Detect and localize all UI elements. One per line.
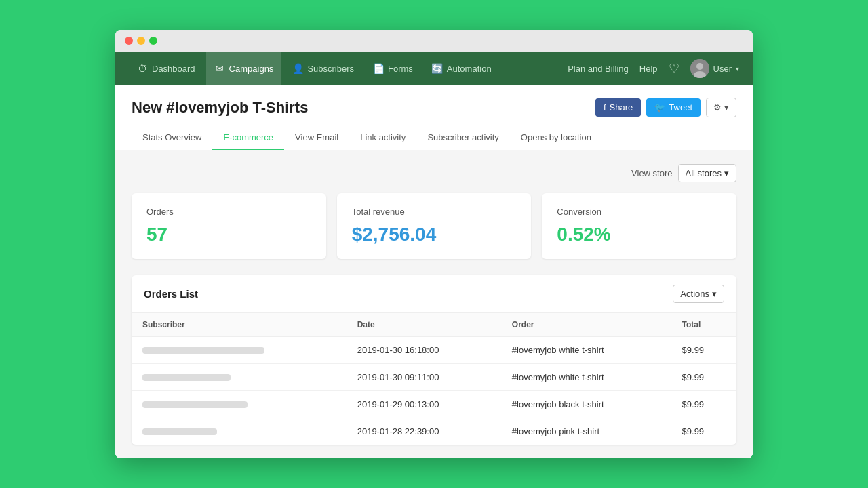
tab-ecommerce[interactable]: E-commerce [212, 125, 284, 150]
view-store-row: View store All stores ▾ [132, 164, 736, 182]
nav-label-subscribers: Subscribers [307, 64, 354, 74]
nav-item-campaigns[interactable]: ✉ Campaigns [206, 52, 282, 85]
col-order: Order [501, 313, 671, 337]
nav-item-automation[interactable]: 🔄 Automation [424, 52, 500, 85]
campaigns-icon: ✉ [214, 63, 225, 74]
tab-link-activity[interactable]: Link activity [349, 125, 416, 150]
dot-green[interactable] [149, 37, 157, 45]
nav-item-dashboard[interactable]: ⏱ Dashboard [129, 52, 203, 85]
stat-card-orders: Orders 57 [132, 193, 326, 259]
nav-label-automation: Automation [447, 64, 492, 74]
plan-billing-link[interactable]: Plan and Billing [568, 64, 629, 74]
subscriber-cell [132, 337, 347, 364]
order-cell: #lovemyjob pink t-shirt [501, 418, 671, 445]
dot-red[interactable] [125, 37, 133, 45]
gear-chevron-icon: ▾ [724, 102, 729, 113]
table-row: 2019-01-29 00:13:00 #lovemyjob black t-s… [132, 391, 736, 418]
heart-icon[interactable]: ♡ [669, 61, 679, 76]
table-row: 2019-01-30 09:11:00 #lovemyjob white t-s… [132, 364, 736, 391]
subscriber-placeholder [142, 401, 248, 408]
subscriber-placeholder [142, 428, 217, 435]
tabs: Stats Overview E-commerce View Email Lin… [115, 125, 753, 150]
conversion-value: 0.52% [557, 224, 722, 245]
svg-point-1 [696, 63, 703, 70]
subscriber-placeholder [142, 374, 231, 381]
browser-chrome [115, 30, 753, 52]
subscriber-cell [132, 364, 347, 391]
date-cell: 2019-01-29 00:13:00 [347, 391, 501, 418]
subscriber-cell [132, 418, 347, 445]
nav-item-forms[interactable]: 📄 Forms [365, 52, 421, 85]
order-cell: #lovemyjob black t-shirt [501, 391, 671, 418]
tab-stats-overview[interactable]: Stats Overview [132, 125, 212, 150]
automation-icon: 🔄 [432, 63, 443, 74]
twitter-icon: 🐦 [654, 102, 665, 113]
facebook-icon: f [604, 102, 606, 113]
revenue-label: Total revenue [352, 207, 517, 217]
user-menu[interactable]: User ▾ [690, 59, 739, 78]
user-name: User [713, 64, 732, 74]
nav-label-forms: Forms [388, 64, 413, 74]
help-link[interactable]: Help [639, 64, 658, 74]
nav-label-campaigns: Campaigns [229, 64, 274, 74]
subscriber-placeholder [142, 347, 264, 354]
col-date: Date [347, 313, 501, 337]
gear-icon: ⚙ [713, 102, 722, 113]
conversion-label: Conversion [557, 207, 722, 217]
orders-header: Orders List Actions ▾ [132, 275, 736, 313]
date-cell: 2019-01-30 09:11:00 [347, 364, 501, 391]
tab-view-email[interactable]: View Email [284, 125, 349, 150]
col-subscriber: Subscriber [132, 313, 347, 337]
date-cell: 2019-01-30 16:18:00 [347, 337, 501, 364]
stat-cards: Orders 57 Total revenue $2,756.04 Conver… [132, 193, 736, 259]
nav-left: ⏱ Dashboard ✉ Campaigns 👤 Subscribers 📄 … [129, 52, 568, 85]
actions-chevron-icon: ▾ [712, 289, 717, 299]
tweet-button[interactable]: 🐦 Tweet [646, 98, 701, 117]
total-cell: $9.99 [671, 337, 736, 364]
order-cell: #lovemyjob white t-shirt [501, 364, 671, 391]
page-header: New #lovemyjob T-Shirts f Share 🐦 Tweet … [115, 85, 753, 117]
forms-icon: 📄 [373, 63, 384, 74]
orders-table: Subscriber Date Order Total 2019-01-30 1… [132, 313, 736, 445]
actions-button[interactable]: Actions ▾ [673, 285, 724, 303]
order-cell: #lovemyjob white t-shirt [501, 337, 671, 364]
avatar [690, 59, 709, 78]
orders-value: 57 [146, 224, 311, 245]
dot-yellow[interactable] [137, 37, 145, 45]
dashboard-icon: ⏱ [137, 63, 148, 74]
chevron-down-icon: ▾ [736, 65, 739, 73]
navbar: ⏱ Dashboard ✉ Campaigns 👤 Subscribers 📄 … [115, 52, 753, 85]
revenue-value: $2,756.04 [352, 224, 517, 245]
subscriber-cell [132, 391, 347, 418]
orders-list-title: Orders List [144, 288, 198, 300]
view-store-label: View store [631, 168, 672, 178]
table-row: 2019-01-28 22:39:00 #lovemyjob pink t-sh… [132, 418, 736, 445]
page-content: New #lovemyjob T-Shirts f Share 🐦 Tweet … [115, 85, 753, 458]
orders-section: Orders List Actions ▾ Subscriber Date Or… [132, 275, 736, 445]
tab-opens-by-location[interactable]: Opens by location [510, 125, 602, 150]
orders-label: Orders [146, 207, 311, 217]
page-title: New #lovemyjob T-Shirts [132, 99, 308, 117]
browser-window: ⏱ Dashboard ✉ Campaigns 👤 Subscribers 📄 … [115, 30, 753, 458]
stat-card-revenue: Total revenue $2,756.04 [337, 193, 532, 259]
tab-subscriber-activity[interactable]: Subscriber activity [416, 125, 509, 150]
nav-item-subscribers[interactable]: 👤 Subscribers [284, 52, 362, 85]
table-row: 2019-01-30 16:18:00 #lovemyjob white t-s… [132, 337, 736, 364]
subscribers-icon: 👤 [292, 63, 303, 74]
table-header-row: Subscriber Date Order Total [132, 313, 736, 337]
total-cell: $9.99 [671, 391, 736, 418]
total-cell: $9.99 [671, 418, 736, 445]
stat-card-conversion: Conversion 0.52% [542, 193, 736, 259]
stores-dropdown-button[interactable]: All stores ▾ [678, 164, 736, 182]
header-actions: f Share 🐦 Tweet ⚙ ▾ [595, 98, 736, 117]
nav-label-dashboard: Dashboard [152, 64, 195, 74]
share-button[interactable]: f Share [595, 98, 641, 117]
nav-right: Plan and Billing Help ♡ User ▾ [568, 59, 739, 78]
date-cell: 2019-01-28 22:39:00 [347, 418, 501, 445]
main-area: View store All stores ▾ Orders 57 Total … [115, 150, 753, 458]
stores-chevron-icon: ▾ [724, 168, 729, 178]
gear-button[interactable]: ⚙ ▾ [706, 98, 736, 117]
total-cell: $9.99 [671, 364, 736, 391]
col-total: Total [671, 313, 736, 337]
